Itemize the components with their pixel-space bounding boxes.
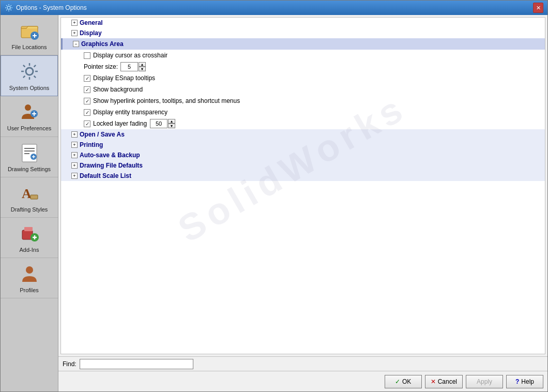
locked-layer-fading-input[interactable]: 50 [150,119,168,128]
display-label: Display [80,29,102,37]
svg-point-3 [26,68,33,75]
checkbox-show-hyperlink[interactable] [84,98,90,104]
ok-label: OK [402,378,411,385]
graphics-area-label: Graphics Area [81,40,124,48]
expand-auto-save[interactable]: + [71,152,78,158]
cancel-x-icon: ✕ [431,378,436,385]
title-text: Options - System Options [16,4,533,11]
drawing-file-defaults-label: Drawing File Defaults [80,162,143,169]
apply-button[interactable]: Apply [466,375,503,388]
tree-area: SolidWorks + General + Display − [60,17,545,354]
spin-up[interactable]: ▲ [139,62,146,67]
sidebar-label-file-locations: File Locations [12,44,47,51]
sidebar-item-drafting-styles[interactable]: A Drafting Styles [1,177,58,218]
row-display-entity-transparency: Display entity transparency [61,107,545,118]
profiles-icon [18,262,41,285]
label-show-background: Show background [93,86,143,93]
sidebar-item-drawing-settings[interactable]: Drawing Settings [1,137,58,177]
file-locations-icon [18,19,41,42]
find-label: Find: [63,360,77,368]
sidebar-label-system-options: System Options [9,85,50,92]
drafting-styles-icon: A [18,182,41,204]
help-icon: ? [515,378,519,385]
label-display-esnap: Display ESnap tooltips [93,74,155,82]
svg-point-16 [26,266,33,274]
system-options-icon [18,60,41,83]
sidebar-item-add-ins[interactable]: Add-Ins [1,218,58,258]
row-display-cursor: Display cursor as crosshair [61,50,545,61]
cancel-button[interactable]: ✕ Cancel [425,375,463,388]
printing-label: Printing [80,141,103,148]
cancel-label: Cancel [438,378,457,385]
locked-fading-spinner: ▲ ▼ [168,119,175,128]
tree-item-drawing-file-defaults[interactable]: + Drawing File Defaults [61,160,545,171]
tree-item-graphics-area[interactable]: − Graphics Area [61,38,545,50]
svg-rect-12 [31,195,38,199]
svg-text:A: A [22,186,32,201]
row-display-esnap: Display ESnap tooltips [61,72,545,84]
expand-graphics-area[interactable]: − [73,41,79,47]
label-locked-layer-fading: Locked layer fading [93,120,147,127]
sidebar-item-system-options[interactable]: System Options [1,55,58,96]
svg-rect-15 [24,227,33,231]
sidebar-label-user-preferences: User Preferences [7,125,52,132]
checkbox-show-background[interactable] [84,86,90,93]
tree-item-default-scale-list[interactable]: + Default Scale List [61,171,545,181]
ok-checkmark-icon: ✓ [395,378,400,385]
svg-point-0 [7,6,10,9]
locked-fading-spin-down[interactable]: ▼ [168,124,175,128]
main-panel: SolidWorks + General + Display − [58,15,547,391]
apply-label: Apply [477,378,492,385]
pointer-size-label: Pointer size: [84,63,118,70]
row-pointer-size: Pointer size: 5 ▲ ▼ [61,61,545,72]
label-display-entity-transparency: Display entity transparency [93,109,168,116]
sidebar-label-drawing-settings: Drawing Settings [8,166,51,173]
user-preferences-icon [18,100,41,123]
open-save-label: Open / Save As [80,131,125,138]
tree-item-general[interactable]: + General [61,18,545,28]
label-display-cursor: Display cursor as crosshair [93,52,168,59]
expand-default-scale-list[interactable]: + [71,173,78,179]
sidebar-label-profiles: Profiles [20,287,39,294]
tree-item-display[interactable]: + Display [61,28,545,38]
expand-drawing-file-defaults[interactable]: + [71,162,78,169]
sidebar-item-profiles[interactable]: Profiles [1,258,58,298]
close-button[interactable]: ✕ [533,3,543,13]
auto-save-label: Auto-save & Backup [80,152,140,159]
help-label: Help [521,378,534,385]
tree-item-printing[interactable]: + Printing [61,140,545,150]
general-label: General [80,19,103,26]
search-bar: Find: [58,356,547,371]
svg-point-4 [25,104,31,111]
sidebar: File Locations System Options [1,15,58,391]
tree-item-auto-save[interactable]: + Auto-save & Backup [61,150,545,160]
expand-general[interactable]: + [71,20,78,26]
help-button[interactable]: ? Help [506,375,543,388]
row-show-hyperlink: Show hyperlink pointers, tooltips, and s… [61,95,545,107]
expand-printing[interactable]: + [71,142,78,148]
default-scale-list-label: Default Scale List [80,172,131,179]
expand-open-save[interactable]: + [71,131,78,138]
checkbox-locked-layer-fading[interactable] [84,120,90,127]
checkbox-display-cursor[interactable] [84,52,90,59]
checkbox-display-entity-transparency[interactable] [84,109,90,116]
pointer-size-input[interactable]: 5 [120,62,138,71]
sidebar-label-add-ins: Add-Ins [20,247,39,253]
expand-display[interactable]: + [71,30,78,36]
spin-down[interactable]: ▼ [139,67,146,71]
pointer-size-spinner: ▲ ▼ [139,62,146,71]
title-bar: Options - System Options ✕ [1,1,547,15]
ok-button[interactable]: ✓ OK [385,375,422,388]
drawing-settings-icon [18,141,41,164]
title-icon [5,4,13,12]
checkbox-display-esnap[interactable] [84,75,90,82]
sidebar-item-file-locations[interactable]: File Locations [1,15,58,55]
find-input[interactable] [80,359,193,369]
sidebar-item-user-preferences[interactable]: User Preferences [1,96,58,137]
add-ins-icon [18,222,41,245]
row-show-background: Show background [61,84,545,95]
tree-item-open-save[interactable]: + Open / Save As [61,129,545,140]
row-locked-layer-fading: Locked layer fading 50 ▲ ▼ [61,118,545,129]
main-window: Options - System Options ✕ File Location… [0,0,548,392]
locked-fading-spin-up[interactable]: ▲ [168,119,175,124]
